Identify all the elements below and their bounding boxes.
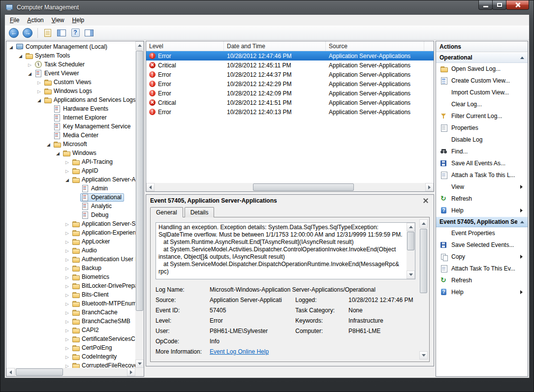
scrollbar-thumb[interactable] — [420, 229, 427, 293]
event-row-2[interactable]: Critical10/28/2012 12:45:11 PMApplicatio… — [146, 60, 434, 70]
tree-expander-icon[interactable] — [7, 42, 15, 52]
collapse-section-icon[interactable] — [520, 57, 524, 59]
tree-item-application-server-syste[interactable]: Application Server-Syste — [6, 219, 135, 228]
tree-item-appid[interactable]: AppID — [6, 166, 135, 175]
scrollbar-track[interactable] — [419, 228, 428, 351]
action-refresh[interactable]: Refresh — [436, 193, 528, 205]
action-event-properties[interactable]: Event Properties — [436, 227, 528, 239]
action-help[interactable]: Help — [436, 205, 528, 216]
scrollbar-track[interactable] — [135, 50, 144, 360]
column-header-level[interactable]: Level — [146, 41, 224, 51]
action-attach-task-to-this-ev[interactable]: Attach Task To This Ev... — [436, 263, 528, 274]
scroll-down-button[interactable] — [407, 271, 415, 279]
action-disable-log[interactable]: Disable Log — [436, 134, 528, 146]
tree-item-capi2[interactable]: CAPI2 — [6, 326, 135, 334]
tree-item-media-center[interactable]: Media Center — [6, 131, 135, 140]
scroll-right-button[interactable] — [425, 183, 434, 191]
tree-expander-icon[interactable] — [63, 255, 71, 264]
tree-item-system-tools[interactable]: System Tools — [6, 51, 135, 60]
tree-expander-icon[interactable] — [63, 237, 71, 246]
tree-expander-icon[interactable] — [63, 308, 71, 317]
scrollbar-thumb[interactable] — [407, 232, 414, 250]
tree-expander-icon[interactable] — [63, 352, 71, 362]
tree-expander-icon[interactable] — [35, 78, 43, 87]
tree-expander-icon[interactable] — [63, 264, 71, 273]
tree-item-bitlocker-drivepreparat[interactable]: BitLocker-DrivePreparat — [6, 281, 135, 290]
action-find[interactable]: Find... — [436, 146, 528, 157]
tree-item-api-tracing[interactable]: API-Tracing — [6, 157, 135, 166]
tree-item-debug[interactable]: Debug — [6, 211, 135, 219]
tree-expander-icon[interactable] — [63, 228, 71, 238]
tree-item-operational[interactable]: Operational — [6, 193, 135, 202]
action-refresh[interactable]: Refresh — [436, 274, 528, 286]
menu-file[interactable]: File — [6, 15, 23, 25]
scroll-up-button[interactable] — [135, 41, 144, 50]
tree-expander-icon[interactable] — [17, 51, 24, 60]
tree-item-admin[interactable]: Admin — [6, 184, 135, 193]
tree-horizontal-scrollbar[interactable] — [6, 368, 135, 376]
action-save-selected-events[interactable]: Save Selected Events... — [436, 239, 528, 251]
action-save-all-events-as[interactable]: Save All Events As... — [436, 157, 528, 169]
show-hide-console-tree-button[interactable] — [55, 27, 68, 39]
scroll-up-button[interactable] — [407, 223, 415, 231]
tree-expander-icon[interactable] — [63, 281, 71, 291]
tree-expander-icon[interactable] — [26, 60, 33, 69]
collapse-section-icon[interactable] — [520, 221, 524, 223]
action-create-custom-view[interactable]: Create Custom View... — [436, 75, 528, 87]
tree-expander-icon[interactable] — [63, 157, 71, 167]
action-import-custom-view[interactable]: Import Custom View... — [436, 87, 528, 98]
tree-item-branchcache[interactable]: BranchCache — [6, 308, 135, 317]
tree-expander-icon[interactable] — [54, 149, 62, 158]
show-hide-action-pane-button[interactable] — [83, 27, 95, 39]
tree-expander-icon[interactable] — [63, 219, 71, 229]
action-attach-a-task-to-this-l[interactable]: Attach a Task To this L... — [436, 169, 528, 181]
event-list-horizontal-scrollbar[interactable] — [146, 183, 434, 191]
title-bar[interactable]: Computer Management — [0, 0, 534, 14]
menu-help[interactable]: Help — [68, 15, 89, 25]
tree-item-backup[interactable]: Backup — [6, 264, 135, 272]
menu-action[interactable]: Action — [23, 15, 47, 25]
tree-item-microsoft[interactable]: Microsoft — [6, 140, 135, 149]
scroll-up-button[interactable] — [419, 219, 428, 228]
tree-expander-icon[interactable] — [63, 299, 71, 308]
detail-vertical-scrollbar[interactable] — [419, 219, 428, 360]
scrollbar-thumb[interactable] — [16, 368, 63, 376]
event-row-1[interactable]: Error10/28/2012 12:47:46 PMApplication S… — [146, 51, 434, 60]
tree-expander-icon[interactable] — [63, 361, 71, 368]
tree-item-computer-management-local[interactable]: Computer Management (Local) — [6, 42, 135, 51]
event-row-4[interactable]: Error10/28/2012 12:42:29 PMApplication S… — [146, 79, 434, 89]
action-filter-current-log[interactable]: Filter Current Log... — [436, 110, 528, 122]
scroll-left-button[interactable] — [6, 368, 15, 376]
export-list-button[interactable] — [41, 27, 54, 39]
tree-item-corruptedfilerecovery[interactable]: CorruptedFileRecovery- — [6, 361, 135, 368]
tree-expander-icon[interactable] — [63, 326, 71, 335]
scrollbar-track[interactable] — [155, 183, 425, 191]
tree-item-bluetooth-mtpenum[interactable]: Bluetooth-MTPEnum — [6, 299, 135, 308]
description-scrollbar[interactable] — [407, 223, 415, 279]
tree-expander-icon[interactable] — [63, 290, 71, 300]
tree-item-biometrics[interactable]: Biometrics — [6, 272, 135, 281]
tree-item-event-viewer[interactable]: Event Viewer — [6, 69, 135, 78]
action-clear-log[interactable]: Clear Log... — [436, 98, 528, 110]
scroll-left-button[interactable] — [146, 183, 155, 191]
tree-item-authentication-user-inte[interactable]: Authentication User Inte — [6, 255, 135, 264]
tree-item-windows[interactable]: Windows — [6, 149, 135, 157]
tree-item-applocker[interactable]: AppLocker — [6, 237, 135, 246]
scrollbar-thumb[interactable] — [253, 183, 354, 191]
tree-item-internet-explorer[interactable]: Internet Explorer — [6, 113, 135, 122]
action-properties[interactable]: Properties — [436, 122, 528, 134]
tree-expander-icon[interactable] — [45, 140, 52, 149]
tree-item-certificateservicesclient[interactable]: CertificateServicesClient — [6, 334, 135, 343]
tab-general[interactable]: General — [150, 207, 183, 217]
tree-item-application-server-appl[interactable]: Application Server-Appl — [6, 175, 135, 184]
tab-details[interactable]: Details — [185, 207, 215, 217]
action-view[interactable]: View — [436, 181, 528, 193]
tree-item-codeintegrity[interactable]: CodeIntegrity — [6, 352, 135, 361]
tree-expander-icon[interactable] — [63, 334, 71, 344]
tree-expander-icon[interactable] — [63, 343, 71, 353]
tree-item-task-scheduler[interactable]: Task Scheduler — [6, 60, 135, 69]
scroll-down-button[interactable] — [419, 351, 428, 360]
tree-item-hardware-events[interactable]: Hardware Events — [6, 104, 135, 113]
tree-item-analytic[interactable]: Analytic — [6, 202, 135, 211]
scrollbar-track[interactable] — [407, 231, 415, 271]
